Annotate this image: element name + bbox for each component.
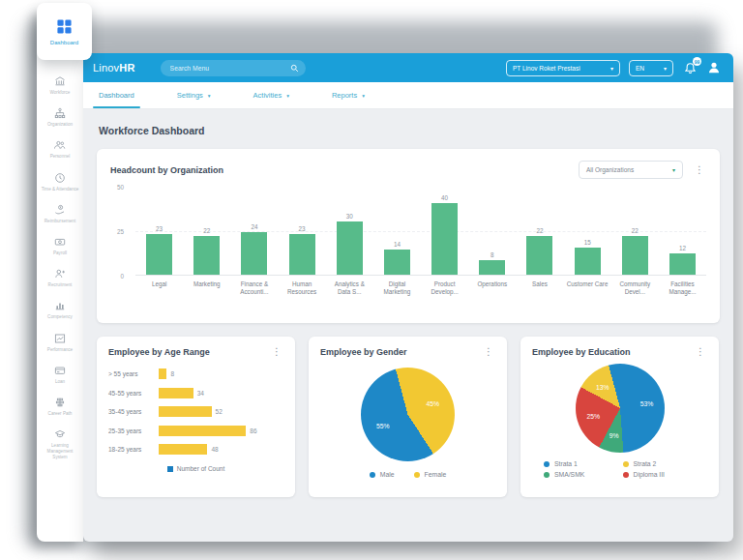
- page-title: Workforce Dashboard: [99, 125, 720, 136]
- sidebar-item-performance[interactable]: Performance: [38, 327, 82, 359]
- sidebar-item-label: Payroll: [53, 251, 67, 256]
- sidebar-item-personnel[interactable]: Personnel: [38, 133, 82, 165]
- bar: [289, 234, 315, 275]
- legend-swatch: [167, 466, 173, 472]
- bar-category-label: Operations: [468, 276, 516, 296]
- bar-category-label: Community Devel...: [611, 276, 659, 296]
- search-icon[interactable]: [290, 64, 299, 73]
- bar: [479, 260, 505, 275]
- legend-swatch: [544, 472, 550, 478]
- kebab-menu-icon[interactable]: ⋮: [270, 347, 283, 357]
- bar-value-label: 22: [536, 227, 543, 234]
- sidebar-item-loan[interactable]: Loan: [38, 359, 82, 391]
- sidebar-item-learning-management-system[interactable]: Learning Management System: [38, 423, 82, 467]
- bar-value-label: 24: [251, 223, 257, 230]
- legend-label: Male: [380, 471, 395, 478]
- sidebar-item-label: Organization: [47, 122, 73, 128]
- dashboard-content: Workforce Dashboard Headcount by Organiz…: [83, 109, 733, 497]
- sidebar-item-reimbursement[interactable]: Reimbursement: [38, 198, 82, 230]
- bar-value-label: 40: [441, 194, 448, 201]
- kebab-menu-icon[interactable]: ⋮: [482, 347, 495, 357]
- bar: [159, 388, 193, 398]
- age-row: 25-35 years86: [108, 426, 283, 436]
- legend-item: Female: [414, 471, 447, 478]
- bar-column: 22: [611, 187, 659, 275]
- legend-item: Male: [370, 471, 395, 478]
- bar-value-label: 34: [197, 390, 204, 397]
- bar-value-label: 22: [632, 227, 639, 234]
- chart-legend: Strata 1Strata 2SMA/SMKDiploma III: [532, 460, 707, 478]
- bar: [241, 232, 267, 275]
- sidebar-item-label: Performance: [47, 347, 73, 353]
- company-selector[interactable]: PT Linov Roket Prestasi ▾: [506, 60, 620, 76]
- sidebar-item-payroll[interactable]: Payroll: [38, 230, 82, 262]
- search-input[interactable]: [170, 65, 290, 72]
- tab-activities[interactable]: Activities▾: [253, 82, 289, 108]
- sidebar-item-dashboard[interactable]: Dashboard: [37, 3, 92, 60]
- building-icon: [54, 75, 66, 87]
- age-range-bar-chart: > 55 years845-55 years3435-45 years5225-…: [108, 368, 283, 455]
- legend-label: SMA/SMK: [554, 471, 584, 478]
- tab-label: Activities: [253, 91, 282, 100]
- employee-by-education-card: Employee by Education ⋮ 53%9%25%13% Stra…: [520, 337, 719, 497]
- sidebar-item-recruitment[interactable]: Recruitment: [38, 262, 82, 294]
- kebab-menu-icon[interactable]: ⋮: [693, 165, 706, 175]
- sidebar-item-career-path[interactable]: Career Path: [38, 391, 82, 423]
- sidebar-item-label: Competency: [47, 314, 73, 320]
- legend-item: Strata 1: [544, 460, 617, 467]
- company-selector-value: PT Linov Roket Prestasi: [513, 65, 580, 72]
- tab-reports[interactable]: Reports▾: [332, 82, 365, 108]
- tab-dashboard[interactable]: Dashboard: [99, 82, 134, 108]
- bar: [526, 236, 552, 275]
- age-row: 35-45 years52: [108, 406, 283, 417]
- pie-slice-label: 13%: [596, 383, 609, 390]
- pie-slice-label: 9%: [609, 431, 619, 438]
- chevron-down-icon: ▾: [664, 65, 667, 72]
- legend-item: Strata 2: [623, 460, 697, 467]
- clock-icon: [54, 172, 66, 184]
- bar: [193, 236, 220, 275]
- notifications-button[interactable]: 99: [682, 60, 698, 75]
- user-icon: [707, 61, 721, 74]
- pie: [576, 364, 665, 453]
- bar-column: 12: [659, 187, 706, 275]
- bar-category-label: Human Resources: [279, 276, 326, 296]
- language-selector[interactable]: EN ▾: [629, 60, 673, 76]
- sidebar-item-label: Learning Management System: [40, 443, 80, 461]
- banknote-icon: [54, 236, 66, 248]
- bar-column: 23: [279, 187, 326, 275]
- bar-category-label: Marketing: [183, 276, 230, 296]
- organization-filter-select[interactable]: All Organizations ▾: [579, 161, 683, 179]
- sidebar-item-organization[interactable]: Organization: [38, 102, 82, 133]
- bar-value-label: 23: [156, 225, 163, 232]
- sidebar-item-label: Career Path: [48, 411, 73, 417]
- age-range-label: 45-55 years: [108, 390, 159, 397]
- sidebar: WorkforceOrganizationPersonnelTime & Att…: [37, 8, 83, 542]
- y-axis-tick-label: 50: [117, 184, 124, 191]
- bar: [159, 426, 246, 436]
- sidebar-item-time-attendance[interactable]: Time & Attendance: [38, 166, 82, 198]
- legend-label: Diploma III: [634, 471, 665, 478]
- bar: [159, 444, 207, 455]
- employee-by-age-range-card: Employee by Age Range ⋮ > 55 years845-55…: [97, 337, 295, 497]
- age-range-label: 18-25 years: [108, 446, 159, 453]
- kebab-menu-icon[interactable]: ⋮: [694, 347, 707, 357]
- bar-category-label: Legal: [135, 276, 183, 296]
- tab-label: Reports: [332, 91, 357, 100]
- chevron-down-icon: ▾: [208, 93, 211, 99]
- sidebar-item-label: Dashboard: [50, 40, 78, 45]
- tab-settings[interactable]: Settings▾: [177, 82, 211, 108]
- chart-legend: MaleFemale: [320, 471, 495, 478]
- organization-filter-value: All Organizations: [586, 166, 634, 173]
- bar-category-label: Facilities Manage...: [659, 276, 706, 296]
- pie-slice-label: 25%: [586, 413, 600, 420]
- bar-value-label: 12: [679, 245, 686, 251]
- y-axis-tick-label: 25: [117, 228, 124, 235]
- user-profile-button[interactable]: [706, 60, 722, 75]
- sidebar-item-workforce[interactable]: Workforce: [38, 70, 82, 102]
- bar-value-label: 8: [490, 251, 494, 258]
- bar: [431, 203, 458, 275]
- bar-category-label: Sales: [516, 276, 563, 296]
- sidebar-item-competency[interactable]: Competency: [38, 294, 82, 326]
- legend-label: Strata 1: [554, 460, 578, 467]
